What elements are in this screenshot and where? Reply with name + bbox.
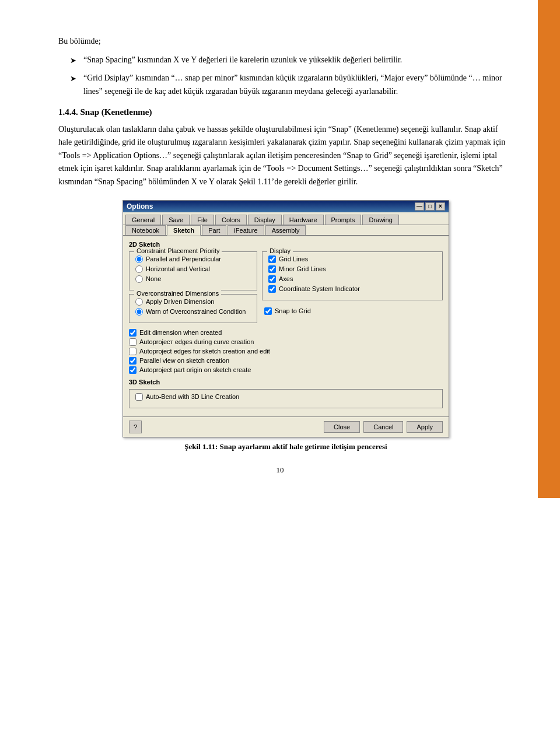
3d-sketch-group: Auto-Bend with 3D Line Creation — [129, 389, 443, 408]
cb-label-minor-grid-lines: Minor Grid Lines — [279, 265, 326, 272]
tab-display[interactable]: Display — [248, 215, 282, 225]
radio-label-hv: Horizontal and Vertical — [146, 265, 210, 272]
section-heading: 1.4.4. Snap (Kenetlenme) — [58, 107, 513, 117]
cb-edit-dimension[interactable]: Edit dimension when created — [129, 329, 443, 337]
display-group: Display Grid Lines Minor Grid Lines — [262, 251, 443, 300]
two-col-layout: Constraint Placement Priority Parallel a… — [129, 251, 443, 327]
left-column: Constraint Placement Priority Parallel a… — [129, 251, 257, 327]
bullet-item-1: ➤ “Snap Spacing” kısmından X ve Y değerl… — [70, 54, 513, 67]
radio-warn-overconstrained[interactable]: Warn of Overconstrained Condition — [135, 308, 251, 316]
arrow-icon-1: ➤ — [70, 55, 76, 67]
bullet-list: ➤ “Snap Spacing” kısmından X ve Y değerl… — [70, 54, 513, 98]
cb-parallel-view[interactable]: Parallel view on sketch creation — [129, 357, 443, 365]
cb-autoproject-origin[interactable]: Autoproject part origin on sketch create — [129, 366, 443, 374]
cb-coordinate-system[interactable]: Coordinate System Indicator — [268, 285, 436, 293]
bullet-text-1: “Snap Spacing” kısmından X ve Y değerler… — [83, 54, 402, 67]
radio-horizontal-vertical[interactable]: Horizontal and Vertical — [135, 265, 251, 273]
overconstrained-group: Overconstrained Dimensions Apply Driven … — [129, 294, 257, 323]
page-number: 10 — [276, 465, 284, 475]
cb-label-auto-bend: Auto-Bend with 3D Line Creation — [146, 393, 239, 400]
cb-axes[interactable]: Axes — [268, 275, 436, 283]
snap-to-grid-area: Snap to Grid — [264, 307, 443, 315]
cb-autoproject-curve[interactable]: Autoprojecт edges during curve creation — [129, 338, 443, 346]
tabs-row-2: Notebook Sketch Part iFeature Assembly — [123, 225, 449, 236]
options-dialog[interactable]: Options — □ × General Save File Colors D… — [123, 200, 449, 437]
tab-general[interactable]: General — [125, 215, 161, 225]
help-button[interactable]: ? — [129, 421, 142, 433]
dialog-titlebar: Options — □ × — [123, 201, 449, 212]
radio-none[interactable]: None — [135, 275, 251, 283]
cb-label-autoproject-origin: Autoproject part origin on sketch create — [139, 366, 251, 373]
cb-label-snap-to-grid: Snap to Grid — [275, 307, 311, 314]
tab-colors[interactable]: Colors — [215, 215, 247, 225]
cancel-button[interactable]: Cancel — [363, 421, 403, 433]
cb-auto-bend[interactable]: Auto-Bend with 3D Line Creation — [135, 393, 436, 401]
close-button[interactable]: × — [436, 202, 445, 211]
bullet-text-2: “Grid Dsiplay” kısmından “… snap per min… — [83, 72, 513, 98]
titlebar-buttons: — □ × — [415, 202, 445, 211]
tab-prompts[interactable]: Prompts — [325, 215, 362, 225]
cb-grid-lines[interactable]: Grid Lines — [268, 255, 436, 263]
tab-part[interactable]: Part — [202, 225, 226, 235]
cb-autoproject-sketch[interactable]: Autoproject edges for sketch creation an… — [129, 348, 443, 355]
tab-assembly[interactable]: Assembly — [265, 225, 306, 235]
cb-label-axes: Axes — [279, 275, 293, 282]
tab-hardware[interactable]: Hardware — [283, 215, 324, 225]
constraint-group-title: Constraint Placement Priority — [134, 247, 222, 254]
page: Bu bölümde; ➤ “Snap Spacing” kısmından X… — [0, 0, 560, 498]
cb-minor-grid-lines[interactable]: Minor Grid Lines — [268, 265, 436, 273]
bullet-item-2: ➤ “Grid Dsiplay” kısmından “… snap per m… — [70, 72, 513, 98]
tabs-row-1: General Save File Colors Display Hardwar… — [123, 212, 449, 225]
cb-label-grid-lines: Grid Lines — [279, 255, 308, 262]
radio-label-warn: Warn of Overconstrained Condition — [146, 308, 246, 315]
radio-label-parallel: Parallel and Perpendicular — [146, 255, 221, 262]
cb-label-parallel-view: Parallel view on sketch creation — [139, 357, 229, 364]
display-group-title: Display — [267, 247, 293, 254]
tab-sketch[interactable]: Sketch — [167, 225, 201, 236]
dialog-buttons-bar: ? Close Cancel Apply — [123, 416, 449, 437]
tab-ifeature[interactable]: iFeature — [228, 225, 264, 235]
3d-sketch-label: 3D Sketch — [129, 379, 443, 386]
paragraph-1: Oluşturulacak olan taslakların daha çabu… — [58, 123, 513, 188]
arrow-icon-2: ➤ — [70, 73, 76, 98]
cb-label-coordinate-system: Coordinate System Indicator — [279, 285, 360, 292]
right-column: Display Grid Lines Minor Grid Lines — [262, 251, 443, 327]
orange-bar — [538, 0, 560, 498]
dialog-figure: Options — □ × General Save File Colors D… — [58, 200, 513, 451]
footer-checkboxes: Edit dimension when created Autoprojecт … — [129, 329, 443, 374]
radio-apply-driven[interactable]: Apply Driven Dimension — [135, 298, 251, 306]
3d-sketch-section: 3D Sketch Auto-Bend with 3D Line Creatio… — [129, 379, 443, 408]
cb-label-edit-dimension: Edit dimension when created — [139, 329, 222, 336]
apply-button[interactable]: Apply — [407, 421, 443, 433]
tab-notebook[interactable]: Notebook — [125, 225, 166, 235]
minimize-button[interactable]: — — [415, 202, 424, 211]
overconstrained-group-title: Overconstrained Dimensions — [134, 290, 221, 297]
radio-parallel-perpendicular[interactable]: Parallel and Perpendicular — [135, 255, 251, 263]
close-dialog-button[interactable]: Close — [324, 421, 360, 433]
radio-label-apply-driven: Apply Driven Dimension — [146, 298, 214, 305]
content: Bu bölümde; ➤ “Snap Spacing” kısmından X… — [58, 35, 513, 451]
cb-label-autoproject-curve: Autoprojecт edges during curve creation — [139, 338, 254, 345]
dialog-title: Options — [127, 202, 153, 211]
tab-save[interactable]: Save — [162, 215, 190, 225]
tab-drawing[interactable]: Drawing — [362, 215, 398, 225]
maximize-button[interactable]: □ — [425, 202, 435, 211]
tab-file[interactable]: File — [191, 215, 214, 225]
intro-text: Bu bölümde; — [58, 35, 513, 48]
dialog-caption: Şekil 1.11: Snap ayarlarını aktif hale g… — [184, 442, 387, 451]
dialog-body: 2D Sketch Constraint Placement Priority … — [123, 236, 449, 416]
constraint-group: Constraint Placement Priority Parallel a… — [129, 251, 257, 290]
radio-label-none: None — [146, 275, 161, 282]
cb-label-autoproject-sketch: Autoproject edges for sketch creation an… — [139, 348, 270, 355]
cb-snap-to-grid[interactable]: Snap to Grid — [264, 307, 443, 315]
